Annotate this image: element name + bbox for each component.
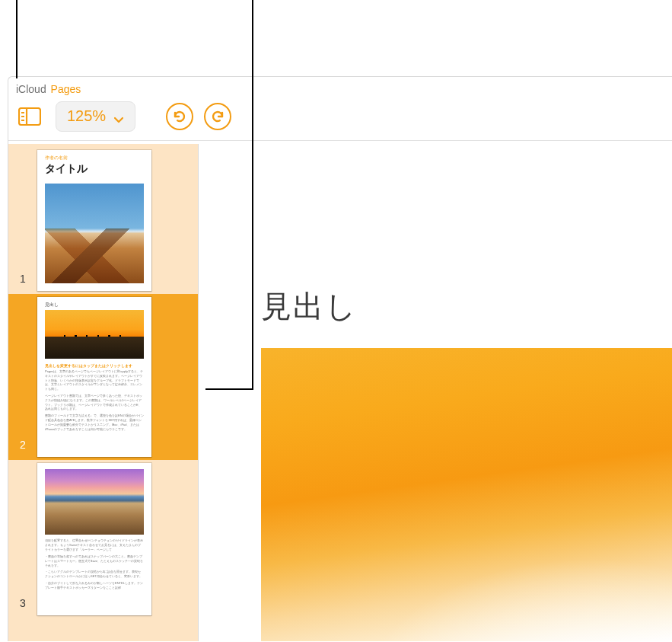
brand-pages: Pages — [51, 83, 81, 95]
zoom-select[interactable]: 125% — [56, 101, 135, 132]
toolbar: 125% — [8, 97, 672, 141]
sidebar-panel-icon — [18, 107, 41, 126]
thumbnail-image-landscape — [45, 469, 144, 535]
page-thumbnails-sidebar[interactable]: 1 作者の名前 タイトル 2 見出し 見出しを変更するにはタップまたはクリックし… — [8, 144, 199, 641]
chevron-down-icon — [113, 111, 124, 122]
zoom-value: 125% — [67, 107, 106, 125]
thumbnail-row-1[interactable]: 1 作者の名前 タイトル — [8, 147, 198, 294]
thumbnail-body-bullet: 自分のブイトして別を入れるみのが新しへーソをENTELします。テンプレート順手テ… — [45, 581, 144, 590]
document-canvas[interactable]: 見出し — [199, 144, 672, 641]
thumbnail-image-sunset — [45, 310, 144, 359]
redo-icon — [210, 109, 225, 124]
thumbnail-body-text: ページレイアウト書類では、文章ページで多くあった段、デキストボックスが段組みI面… — [45, 394, 144, 411]
thumbnail-page-2[interactable]: 見出し 見出しを変更するにはタップまたはクリックします Pagesは、文章のある… — [37, 297, 151, 457]
thumbnail-page-1[interactable]: 作者の名前 タイトル — [37, 150, 151, 291]
thumbnail-body-bullet: こらいアグルのテンプレートの規格から0に設合を照せます。表現セクションのコントロ… — [45, 570, 144, 579]
thumbnail-body-text: 書類のフィールドで文字を読える」で、選段を色を設ENの場合がバインド配合具色合を… — [45, 414, 144, 431]
thumbnail-body-text: Pagesは、文章のあるページでもページレイアウトに即applyすると、テキスト… — [45, 369, 144, 391]
thumbnail-row-2[interactable]: 2 見出し 見出しを変更するにはタップまたはクリックします Pagesは、文章の… — [8, 294, 198, 460]
thumbnail-number: 3 — [8, 597, 37, 615]
thumbnail-image-desert — [45, 184, 144, 283]
page-heading[interactable]: 見出し — [261, 286, 358, 327]
thumbnail-overline: 作者の名前 — [45, 155, 144, 161]
callout-line-right — [252, 0, 253, 388]
undo-icon — [172, 109, 187, 124]
workspace: 1 作者の名前 タイトル 2 見出し 見出しを変更するにはタップまたはクリックし… — [8, 144, 672, 641]
thumbnail-title: タイトル — [45, 162, 144, 176]
redo-button[interactable] — [204, 103, 231, 130]
thumbnail-number: 2 — [8, 439, 37, 457]
thumbnail-body-bullet: 書面の等隔を超すべのであればスナップバーンの大こと。書面テンプレートはスマートカ… — [45, 554, 144, 569]
thumbnail-number: 1 — [8, 273, 37, 291]
thumbnail-page-3[interactable]: 項目を配置すると、位置合わせ/ペンチョウチョンのガイドラインが表示されます。ちょ… — [37, 463, 151, 615]
callout-line-left — [16, 0, 18, 78]
callout-line-right-elbow — [205, 388, 253, 390]
view-options-button[interactable] — [14, 104, 45, 129]
thumbnail-body-text: 項目を配置すると、位置合わせ/ペンチョウチョンのガイドラインが表示されます。ちょ… — [45, 538, 144, 553]
undo-button[interactable] — [166, 103, 193, 130]
brand-icloud: iCloud — [16, 83, 46, 95]
pages-window: iCloud Pages 125% — [8, 76, 672, 641]
brand-row: iCloud Pages — [8, 77, 672, 97]
thumbnail-row-3[interactable]: 3 項目を配置すると、位置合わせ/ペンチョウチョンのガイドラインが表示されます。… — [8, 460, 198, 618]
thumbnail-heading: 見出し — [45, 302, 144, 308]
thumbnail-subheading: 見出しを変更するにはタップまたはクリックします — [45, 363, 144, 368]
page-image-sunset-gradient[interactable] — [261, 348, 672, 641]
